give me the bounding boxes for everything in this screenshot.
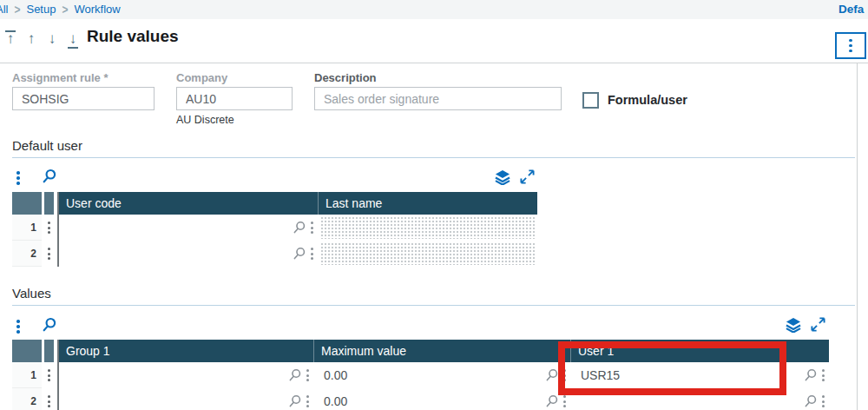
cell-menu-icon[interactable] (563, 395, 566, 407)
cell-menu-icon[interactable] (822, 369, 825, 381)
row-number-cell[interactable]: 1 (12, 215, 42, 241)
formula-user-checkbox[interactable] (582, 92, 599, 109)
lookup-icon[interactable] (288, 394, 302, 408)
header-divider (0, 63, 868, 63)
row-number-cell[interactable]: 2 (12, 241, 42, 267)
cell-menu-icon[interactable] (311, 222, 313, 234)
lookup-icon[interactable] (293, 247, 306, 261)
section-divider (12, 305, 855, 306)
section-divider (12, 157, 855, 158)
column-header-last-name[interactable]: Last name (318, 192, 537, 215)
last-record-icon[interactable]: ↓ (64, 30, 82, 49)
breadcrumb-separator-icon: > (14, 2, 20, 17)
breadcrumb-separator-icon: > (62, 2, 68, 17)
kebab-icon (48, 248, 50, 260)
values-table-menu[interactable] (16, 320, 20, 334)
row-menu-button[interactable] (44, 388, 54, 410)
company-label: Company (176, 71, 227, 84)
company-field[interactable] (176, 87, 293, 110)
cell-menu-icon[interactable] (306, 395, 309, 407)
lookup-icon[interactable] (545, 368, 559, 382)
search-icon[interactable] (42, 169, 57, 184)
kebab-icon (48, 222, 50, 234)
description-field[interactable] (314, 87, 562, 110)
breadcrumb-item-setup[interactable]: Setup (26, 3, 56, 16)
default-user-table: User code Last name 1 2 (12, 192, 537, 267)
cell-menu-icon[interactable] (306, 369, 309, 381)
last-name-cell-disabled (318, 241, 537, 267)
maximum-value-cell[interactable]: 0.00 (313, 362, 570, 388)
previous-record-icon[interactable]: ↑ (23, 30, 40, 49)
default-user-table-header: User code Last name (12, 192, 537, 215)
expand-icon[interactable] (520, 169, 535, 184)
description-label: Description (314, 71, 377, 84)
lookup-icon[interactable] (288, 368, 302, 382)
table-row: 2 0.00 (12, 388, 829, 410)
record-navigation: ↑ ↑ ↓ ↓ (2, 30, 82, 49)
disabled-cell-pattern (320, 242, 536, 265)
user-code-cell[interactable] (59, 241, 318, 267)
page-title: Rule values (87, 27, 179, 46)
table-row: 2 (12, 241, 537, 267)
rule-values-screen: All > Setup > Workflow Defa ↑ ↑ ↓ ↓ Rule… (0, 0, 868, 410)
kebab-icon (48, 395, 50, 407)
next-record-icon[interactable]: ↓ (43, 30, 61, 49)
cell-menu-icon[interactable] (311, 248, 313, 260)
lookup-icon[interactable] (545, 394, 559, 408)
row-number-header-cell[interactable] (12, 340, 42, 362)
lookup-icon[interactable] (293, 221, 306, 235)
formula-user-label: Formula/user (608, 93, 687, 107)
row-menu-header-cell[interactable] (44, 192, 54, 215)
expand-icon[interactable] (811, 317, 825, 332)
row-menu-header-cell[interactable] (44, 340, 54, 362)
table-row: 1 (12, 215, 537, 241)
panel-edge-divider (857, 63, 858, 410)
row-number-cell[interactable]: 1 (12, 362, 42, 388)
default-user-table-menu[interactable] (16, 171, 20, 185)
first-record-icon[interactable]: ↑ (2, 30, 19, 49)
user-1-cell[interactable] (570, 388, 829, 410)
layers-icon[interactable] (786, 318, 801, 333)
assignment-rule-label: Assignment rule * (12, 71, 108, 84)
group-1-cell[interactable] (59, 362, 313, 388)
last-name-cell-disabled (318, 215, 537, 241)
lookup-icon[interactable] (804, 394, 818, 408)
row-number-cell[interactable]: 2 (12, 388, 42, 410)
breadcrumb-item-workflow[interactable]: Workflow (74, 3, 120, 16)
disabled-cell-pattern (320, 216, 536, 239)
maximum-value-cell[interactable]: 0.00 (313, 388, 570, 410)
table-row: 1 0.00 USR15 (12, 362, 829, 388)
row-menu-button[interactable] (44, 362, 54, 388)
company-description-text: AU Discrete (176, 114, 234, 126)
breadcrumb-item-all[interactable]: All (0, 3, 8, 16)
cell-menu-icon[interactable] (563, 369, 566, 381)
column-header-maximum-value[interactable]: Maximum value (313, 340, 570, 362)
column-header-group-1[interactable]: Group 1 (59, 340, 313, 362)
breadcrumb: All > Setup > Workflow Defa (0, 0, 868, 19)
default-user-section-title: Default user (12, 138, 82, 153)
row-number-header-cell[interactable] (12, 192, 42, 215)
lookup-icon[interactable] (804, 368, 818, 382)
search-icon[interactable] (42, 317, 57, 333)
column-header-user-1[interactable]: User 1 (570, 340, 829, 362)
kebab-icon (16, 171, 20, 185)
values-table-header: Group 1 Maximum value User 1 (12, 340, 829, 362)
user-1-cell[interactable]: USR15 (570, 362, 829, 388)
user-code-cell[interactable] (59, 215, 318, 241)
cell-menu-icon[interactable] (822, 395, 825, 407)
kebab-icon (849, 39, 852, 53)
group-1-cell[interactable] (59, 388, 313, 410)
column-header-user-code[interactable]: User code (59, 192, 318, 215)
row-menu-button[interactable] (44, 241, 54, 267)
kebab-icon (16, 320, 20, 334)
values-section-title: Values (12, 286, 51, 301)
layers-icon[interactable] (495, 170, 510, 185)
row-menu-button[interactable] (44, 215, 54, 241)
page-menu-button[interactable] (835, 32, 866, 59)
values-table: Group 1 Maximum value User 1 1 0.00 (12, 340, 829, 410)
top-right-truncated-label[interactable]: Defa (838, 3, 864, 16)
assignment-rule-field[interactable] (12, 87, 155, 110)
kebab-icon (48, 369, 50, 381)
